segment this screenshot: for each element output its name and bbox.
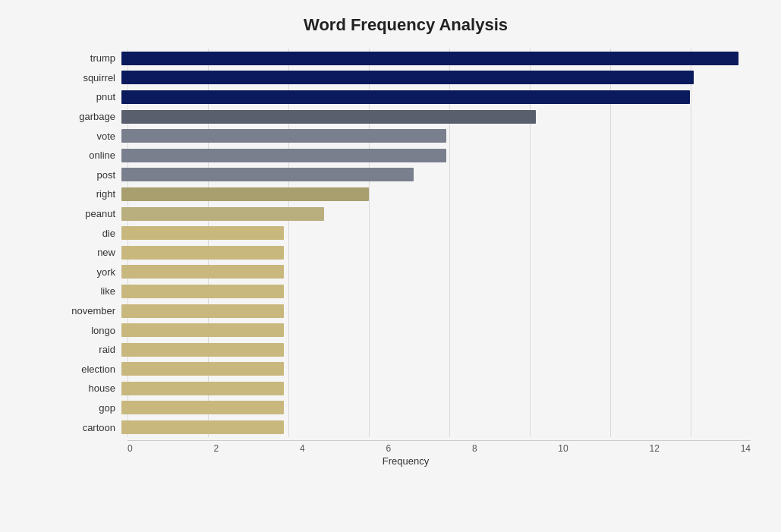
bar-track	[121, 71, 751, 84]
bar-row: like	[61, 283, 751, 300]
bar-row: garbage	[61, 109, 751, 125]
bar-row: york	[61, 263, 751, 280]
bar-label: november	[61, 305, 121, 316]
x-axis-label: Frequency	[61, 455, 751, 467]
bar-track	[121, 343, 751, 357]
x-axis-line	[128, 440, 751, 441]
bar-label: squirrel	[61, 72, 121, 83]
bars-section: trumpsquirrelpnutgarbagevoteonlinepostri…	[61, 49, 751, 437]
bar-row: cartoon	[61, 419, 751, 436]
bar-row: gop	[61, 399, 751, 416]
chart-container: Word Frequency Analysis trumpsquirrelpnu…	[0, 0, 781, 532]
grid-line	[530, 49, 531, 437]
bar-track	[121, 265, 751, 279]
grid-line	[369, 49, 370, 437]
grid-line	[691, 49, 691, 437]
bar-fill	[121, 285, 284, 298]
grid-line	[208, 49, 209, 437]
bar-fill	[121, 362, 284, 376]
bar-fill	[121, 246, 284, 260]
bar-row: election	[61, 360, 751, 377]
x-tick-label: 8	[472, 443, 477, 454]
bar-label: gop	[61, 402, 121, 414]
bar-row: post	[61, 166, 751, 183]
x-tick-label: 2	[213, 443, 219, 454]
bar-track	[121, 401, 751, 414]
bar-label: longo	[61, 325, 121, 336]
x-tick-label: 6	[386, 443, 391, 454]
bar-track	[121, 129, 751, 143]
bar-track	[121, 187, 751, 201]
bar-track	[121, 207, 751, 221]
bar-row: trump	[61, 50, 751, 67]
grid-line	[128, 49, 128, 437]
x-axis-wrapper: 02468101214 Frequency	[61, 440, 751, 467]
x-tick-label: 12	[649, 443, 659, 454]
bar-label: garbage	[61, 111, 121, 122]
x-tick-label: 0	[128, 443, 133, 454]
bar-track	[121, 362, 751, 376]
bar-label: new	[61, 247, 121, 258]
bar-row: squirrel	[61, 69, 751, 86]
bar-fill	[121, 90, 690, 104]
chart-title: Word Frequency Analysis	[61, 15, 751, 35]
bar-label: election	[61, 364, 121, 375]
grid-line	[449, 49, 450, 437]
bar-row: online	[61, 147, 751, 164]
bar-fill	[121, 207, 324, 221]
bar-label: house	[61, 382, 121, 394]
bar-track	[121, 226, 751, 240]
grid-line	[610, 49, 611, 437]
bar-row: pnut	[61, 89, 751, 105]
bar-label: post	[61, 169, 121, 181]
bar-fill	[121, 226, 284, 240]
x-tick-label: 10	[558, 443, 568, 454]
x-ticks: 02468101214	[128, 443, 751, 454]
bar-fill	[121, 187, 369, 201]
bar-track	[121, 304, 751, 318]
bar-track	[121, 90, 751, 104]
bar-label: right	[61, 188, 121, 200]
bar-row: die	[61, 225, 751, 241]
bar-fill	[121, 323, 284, 337]
bar-row: right	[61, 186, 751, 203]
bar-label: online	[61, 150, 121, 161]
bar-fill	[121, 110, 536, 124]
bar-track	[121, 52, 751, 65]
bar-fill	[121, 168, 414, 181]
bar-label: york	[61, 266, 121, 278]
x-tick-label: 14	[741, 443, 751, 454]
bar-track	[121, 168, 751, 181]
bar-label: cartoon	[61, 422, 121, 433]
bar-fill	[121, 343, 284, 357]
bar-row: longo	[61, 322, 751, 338]
bar-fill	[121, 71, 694, 84]
bar-fill	[121, 52, 738, 65]
bar-label: die	[61, 228, 121, 239]
bar-label: raid	[61, 344, 121, 355]
bar-fill	[121, 265, 284, 279]
bar-fill	[121, 129, 446, 143]
bar-label: peanut	[61, 208, 121, 219]
bar-label: trump	[61, 52, 121, 64]
bar-track	[121, 285, 751, 298]
bar-row: vote	[61, 127, 751, 144]
chart-area: trumpsquirrelpnutgarbagevoteonlinepostri…	[61, 49, 751, 467]
x-tick-label: 4	[300, 443, 305, 454]
bar-track	[121, 382, 751, 395]
bar-fill	[121, 304, 284, 318]
bar-label: vote	[61, 131, 121, 142]
bar-fill	[121, 401, 284, 414]
bar-label: pnut	[61, 91, 121, 102]
bar-track	[121, 149, 751, 162]
bar-fill	[121, 382, 284, 395]
bar-row: raid	[61, 342, 751, 358]
bar-fill	[121, 149, 446, 162]
bar-row: november	[61, 303, 751, 320]
bar-track	[121, 246, 751, 260]
bar-row: peanut	[61, 206, 751, 222]
grid-line	[288, 49, 289, 437]
bar-fill	[121, 420, 284, 434]
bar-track	[121, 420, 751, 434]
bar-row: house	[61, 380, 751, 397]
